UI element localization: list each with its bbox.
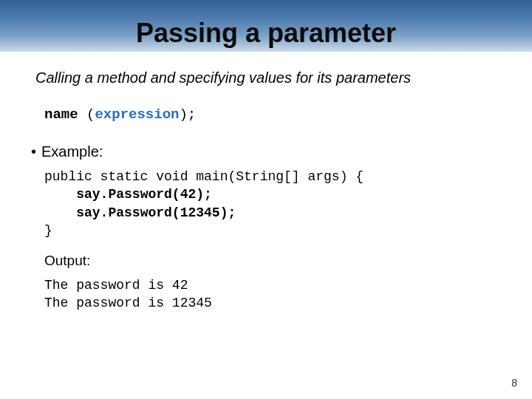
page-number: 8 — [511, 377, 517, 389]
code-line-2: say.Password(42); — [76, 187, 212, 202]
code-line-3: say.Password(12345); — [76, 205, 236, 220]
code-block: public static void main(String[] args) {… — [31, 168, 510, 239]
syntax-close-paren: ); — [179, 106, 196, 123]
slide-content: Calling a method and specifying values f… — [0, 52, 532, 313]
output-label: Output: — [31, 253, 510, 269]
title-band: Passing a parameter — [0, 0, 532, 52]
slide-title: Passing a parameter — [136, 18, 396, 49]
slide: Passing a parameter Calling a method and… — [0, 0, 532, 399]
example-label: Example: — [41, 143, 103, 160]
bullet-icon: • — [31, 143, 41, 160]
output-line-1: The password is 42 — [44, 278, 188, 293]
code-indent-3 — [44, 205, 76, 220]
syntax-pattern: name (expression); — [31, 106, 510, 123]
syntax-open-paren: ( — [78, 106, 95, 123]
code-line-1: public static void main(String[] args) { — [44, 169, 364, 184]
code-line-4: } — [44, 223, 52, 238]
example-bullet: •Example: — [31, 143, 510, 160]
output-block: The password is 42 The password is 12345 — [31, 276, 510, 313]
output-line-2: The password is 12345 — [44, 296, 212, 310]
syntax-expression: expression — [95, 106, 179, 123]
syntax-name: name — [44, 106, 78, 123]
subtitle: Calling a method and specifying values f… — [31, 69, 510, 86]
code-indent-2 — [44, 187, 76, 202]
